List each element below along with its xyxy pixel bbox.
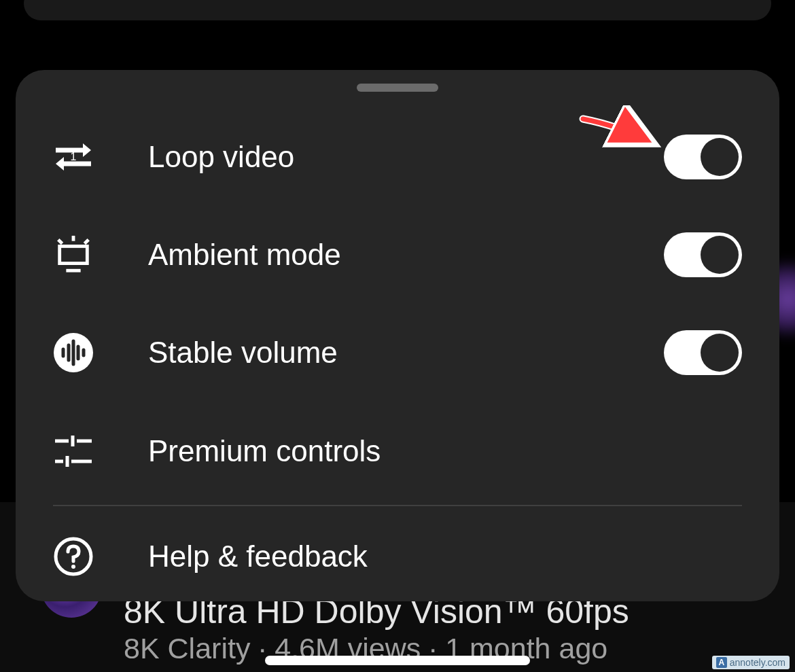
svg-line-5 <box>84 240 88 244</box>
stable-volume-toggle[interactable] <box>664 330 742 375</box>
loop-video-label: Loop video <box>148 140 664 174</box>
stable-volume-row[interactable]: Stable volume <box>16 304 779 402</box>
toggle-knob <box>701 236 739 274</box>
settings-bottom-sheet: 1 Loop video Ambient mode <box>16 70 779 601</box>
stable-volume-label: Stable volume <box>148 336 664 370</box>
loop-video-toggle[interactable] <box>664 135 742 179</box>
help-feedback-label: Help & feedback <box>148 540 742 573</box>
svg-point-19 <box>71 565 75 569</box>
toggle-knob <box>701 138 739 176</box>
ambient-mode-icon <box>53 234 94 275</box>
watermark-text: annotely.com <box>730 657 785 668</box>
svg-text:1: 1 <box>71 151 77 162</box>
premium-controls-label: Premium controls <box>148 434 742 468</box>
premium-controls-icon <box>53 431 94 472</box>
home-indicator[interactable] <box>265 656 530 665</box>
svg-rect-1 <box>60 246 88 263</box>
help-icon <box>53 536 94 577</box>
ambient-mode-row[interactable]: Ambient mode <box>16 206 779 304</box>
watermark: A annotely.com <box>712 656 790 669</box>
ambient-mode-toggle[interactable] <box>664 232 742 277</box>
ambient-mode-label: Ambient mode <box>148 238 664 272</box>
loop-video-row[interactable]: 1 Loop video <box>16 108 779 206</box>
svg-line-3 <box>58 240 63 244</box>
help-feedback-row[interactable]: Help & feedback <box>16 506 779 607</box>
toggle-knob <box>701 334 739 372</box>
drag-handle[interactable] <box>357 84 438 92</box>
loop-icon: 1 <box>53 137 94 177</box>
top-card-placeholder <box>24 0 771 20</box>
premium-controls-row[interactable]: Premium controls <box>16 402 779 501</box>
stable-volume-icon <box>53 332 94 373</box>
watermark-logo: A <box>716 657 727 668</box>
channel-name[interactable]: 8K Clarity <box>124 632 250 665</box>
